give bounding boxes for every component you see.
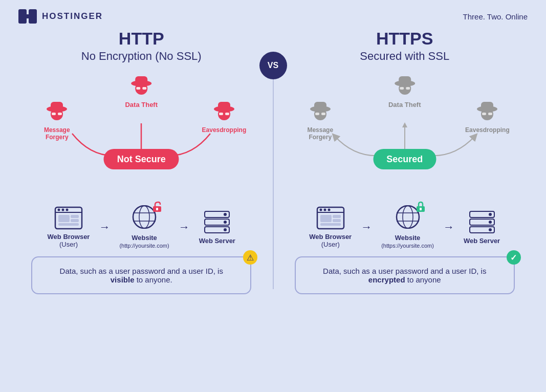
web-server-icon-https	[468, 210, 496, 234]
svg-rect-54	[406, 87, 410, 90]
http-warn-icon: ⚠	[243, 250, 257, 265]
http-info-box: ⚠ Data, such as a user password and a us…	[31, 256, 251, 294]
http-arrow-2: →	[179, 221, 190, 234]
svg-rect-28	[71, 215, 79, 218]
svg-rect-10	[58, 113, 62, 115]
http-right-label: Eavesdropping	[202, 126, 247, 134]
divider	[273, 59, 274, 289]
svg-point-80	[489, 228, 492, 231]
http-threat-diagram: Message Forgery Data Theft	[31, 72, 251, 190]
http-web-browser: Web Browser(User)	[48, 206, 90, 248]
https-left-label: Message Forgery	[300, 126, 341, 141]
https-subtitle: Secured with SSL	[360, 50, 449, 63]
hostinger-logo-icon	[18, 9, 37, 24]
http-website: Website(http://yoursite.com)	[119, 205, 169, 249]
svg-marker-43	[402, 122, 407, 127]
https-title: HTTPS	[376, 29, 433, 49]
svg-rect-53	[400, 87, 404, 90]
https-info-box: ✓ Data, such as a user password and a us…	[295, 256, 515, 294]
svg-point-62	[319, 209, 322, 211]
https-arrow-2: →	[443, 221, 454, 234]
svg-rect-20	[225, 113, 229, 115]
https-web-browser: Web Browser(User)	[309, 206, 352, 248]
svg-rect-9	[52, 113, 56, 115]
http-browser-label: Web Browser(User)	[48, 233, 90, 248]
https-center-label: Data Theft	[388, 101, 421, 108]
http-eavesdropping: Eavesdropping	[202, 98, 247, 134]
https-message-forgery: Message Forgery	[300, 98, 341, 141]
svg-point-25	[66, 209, 69, 211]
https-data-theft: Data Theft	[388, 72, 421, 108]
svg-point-31	[139, 206, 149, 228]
hacker-icon-right-https	[474, 98, 500, 124]
https-arrow-1: →	[361, 221, 372, 234]
tagline: Three. Two. Online	[463, 12, 528, 21]
http-left-label: Message Forgery	[36, 126, 77, 141]
svg-point-37	[224, 213, 227, 216]
lock-icon-http	[151, 201, 163, 212]
main-content: VS HTTP No Encryption (No SSL)	[0, 24, 546, 294]
svg-rect-74	[420, 208, 422, 210]
svg-point-41	[224, 228, 227, 231]
https-browser-row: Web Browser(User) →	[309, 205, 500, 249]
header: HOSTINGER Three. Two. Online	[0, 0, 546, 24]
svg-point-23	[58, 209, 60, 211]
svg-rect-26	[58, 215, 70, 222]
svg-rect-59	[488, 113, 492, 115]
svg-point-78	[489, 221, 492, 224]
svg-rect-2	[18, 14, 37, 18]
svg-point-70	[403, 206, 413, 228]
web-server-icon-http	[203, 210, 231, 234]
http-web-server: Web Server	[199, 210, 235, 245]
https-eavesdropping: Eavesdropping	[465, 98, 510, 134]
svg-rect-65	[320, 215, 332, 222]
svg-rect-68	[333, 219, 341, 222]
http-subtitle: No Encryption (No SSL)	[81, 50, 202, 63]
http-website-label: Website(http://yoursite.com)	[119, 234, 169, 249]
http-panel: HTTP No Encryption (No SSL)	[15, 29, 268, 294]
https-status-badge: Secured	[373, 154, 436, 165]
svg-point-24	[62, 209, 64, 211]
hacker-icon-left-https	[307, 98, 334, 124]
vs-badge: VS	[259, 52, 287, 79]
https-info-text: Data, such as a user password and a user…	[323, 267, 486, 284]
svg-rect-15	[142, 87, 146, 90]
svg-rect-27	[58, 223, 79, 226]
https-threat-diagram: Message Forgery Data Theft	[295, 72, 515, 190]
svg-rect-19	[219, 113, 223, 115]
logo-text: HOSTINGER	[42, 11, 103, 21]
hacker-icon-center-http	[128, 72, 155, 99]
lock-icon-https	[415, 201, 426, 212]
http-arrow-1: →	[99, 221, 110, 234]
svg-rect-66	[320, 223, 341, 226]
https-website: Website(https://yoursite.com)	[381, 205, 434, 249]
http-data-theft: Data Theft	[125, 72, 158, 108]
http-title: HTTP	[119, 29, 164, 49]
https-ok-icon: ✓	[507, 250, 521, 265]
svg-point-76	[489, 213, 492, 216]
svg-rect-67	[333, 215, 341, 218]
svg-rect-14	[136, 87, 140, 90]
svg-point-63	[323, 209, 326, 211]
https-website-label: Website(https://yoursite.com)	[381, 234, 434, 249]
https-web-server: Web Server	[464, 210, 500, 245]
https-server-label: Web Server	[464, 237, 500, 245]
https-browser-label: Web Browser(User)	[309, 233, 352, 248]
logo: HOSTINGER	[18, 9, 103, 24]
hacker-icon-left-http	[43, 98, 70, 124]
svg-rect-29	[71, 219, 79, 222]
http-center-label: Data Theft	[125, 101, 158, 108]
hacker-icon-right-http	[211, 98, 237, 124]
https-right-label: Eavesdropping	[465, 126, 510, 134]
http-browser-row: Web Browser(User) →	[48, 205, 235, 249]
svg-point-64	[327, 209, 330, 211]
http-info-text: Data, such as a user password and a user…	[60, 267, 223, 284]
http-message-forgery: Message Forgery	[36, 98, 77, 141]
svg-rect-58	[482, 113, 486, 115]
https-panel: HTTPS Secured with SSL	[279, 29, 531, 294]
hacker-icon-center-https	[391, 72, 418, 99]
svg-rect-35	[156, 208, 158, 210]
web-browser-icon-https	[316, 206, 345, 230]
svg-point-39	[224, 221, 227, 224]
svg-rect-48	[315, 113, 319, 115]
